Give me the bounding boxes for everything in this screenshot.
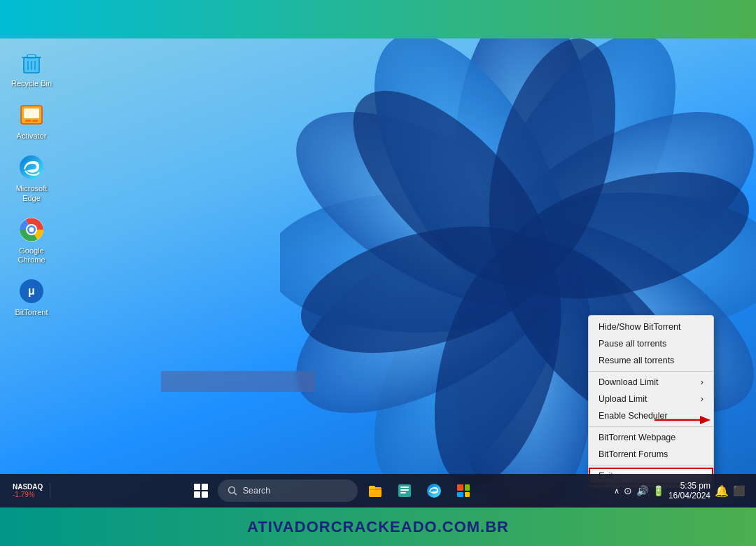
files-icon bbox=[368, 483, 383, 498]
svg-point-28 bbox=[20, 155, 43, 179]
taskbar-center: Search bbox=[56, 477, 608, 504]
notes-icon bbox=[397, 483, 412, 498]
brand-bar: ATIVADORCRACKEADO.COM.BR bbox=[0, 507, 756, 546]
nasdaq-change: -1.79% bbox=[13, 491, 35, 498]
context-menu-item-forums[interactable]: BitTorrent Forums bbox=[589, 446, 713, 463]
svg-rect-25 bbox=[24, 108, 39, 118]
recycle-bin-label: Recycle Bin bbox=[11, 79, 52, 88]
bittorrent-label: BitTorrent bbox=[15, 308, 48, 317]
tray-expand-button[interactable]: ∧ bbox=[614, 486, 620, 496]
edge-label: Microsoft Edge bbox=[10, 184, 53, 202]
svg-rect-40 bbox=[369, 486, 375, 489]
start-button[interactable] bbox=[188, 478, 214, 503]
taskbar: NASDAQ -1.79% Search bbox=[0, 474, 756, 507]
search-bar[interactable]: Search bbox=[218, 479, 358, 502]
nasdaq-widget[interactable]: NASDAQ -1.79% bbox=[6, 483, 50, 498]
svg-text:μ: μ bbox=[28, 285, 35, 297]
download-limit-label: Download Limit bbox=[598, 377, 658, 387]
recycle-bin-image bbox=[18, 48, 46, 76]
clock-time: 5:35 pm bbox=[680, 481, 710, 491]
tray-sound-icon[interactable]: 🔊 bbox=[636, 485, 648, 496]
taskbar-edge-icon bbox=[426, 483, 442, 498]
svg-point-32 bbox=[29, 227, 34, 232]
hide-show-label: Hide/Show BitTorrent bbox=[598, 322, 680, 332]
svg-rect-43 bbox=[400, 489, 409, 491]
tray-wifi-icon[interactable]: ⊙ bbox=[624, 485, 632, 496]
recycle-bin-icon[interactable]: Recycle Bin bbox=[7, 46, 56, 91]
red-arrow-icon bbox=[654, 413, 710, 427]
context-menu-item-hide-show[interactable]: Hide/Show BitTorrent bbox=[589, 318, 713, 335]
arrow-indicator bbox=[654, 413, 710, 427]
pause-label: Pause all torrents bbox=[598, 339, 666, 349]
svg-point-45 bbox=[427, 484, 441, 498]
context-menu-item-pause[interactable]: Pause all torrents bbox=[589, 335, 713, 352]
context-menu-separator-1 bbox=[589, 371, 713, 372]
upload-limit-arrow: › bbox=[701, 394, 704, 404]
context-menu: Hide/Show BitTorrent Pause all torrents … bbox=[588, 315, 714, 488]
google-chrome-icon[interactable]: Google Chrome bbox=[7, 213, 56, 267]
store-icon bbox=[456, 483, 471, 498]
taskbar-app-files[interactable] bbox=[362, 477, 388, 504]
desktop: Recycle Bin Activator bbox=[0, 38, 756, 507]
microsoft-edge-icon[interactable]: Microsoft Edge bbox=[7, 150, 56, 205]
svg-rect-48 bbox=[457, 492, 463, 497]
taskbar-app-notes[interactable] bbox=[391, 477, 418, 504]
upload-limit-label: Upload Limit bbox=[598, 394, 647, 404]
svg-rect-49 bbox=[465, 492, 470, 497]
nasdaq-label: NASDAQ bbox=[13, 483, 43, 491]
context-menu-item-download-limit[interactable]: Download Limit › bbox=[589, 374, 713, 391]
search-icon bbox=[227, 486, 237, 496]
context-menu-item-resume[interactable]: Resume all torrents bbox=[589, 352, 713, 369]
forums-label: BitTorrent Forums bbox=[598, 449, 668, 459]
chrome-image bbox=[18, 216, 46, 244]
activator-label: Activator bbox=[17, 132, 47, 141]
taskbar-app-store[interactable] bbox=[450, 477, 477, 504]
notification-icon[interactable]: 🔔 bbox=[715, 484, 729, 498]
bittorrent-desktop-icon[interactable]: μ BitTorrent bbox=[7, 274, 56, 320]
bittorrent-image: μ bbox=[18, 277, 46, 305]
resume-label: Resume all torrents bbox=[598, 356, 674, 365]
redacted-bar bbox=[161, 371, 315, 392]
input-icon[interactable]: ⬛ bbox=[733, 485, 745, 496]
edge-image bbox=[18, 153, 46, 181]
win11-start-icon bbox=[194, 484, 208, 498]
svg-marker-36 bbox=[700, 416, 710, 424]
brand-text: ATIVADORCRACKEADO.COM.BR bbox=[247, 518, 509, 536]
webpage-label: BitTorrent Webpage bbox=[598, 433, 676, 442]
svg-rect-42 bbox=[400, 486, 409, 488]
clock-area[interactable]: 5:35 pm 16/04/2024 bbox=[668, 481, 710, 500]
context-menu-separator-3 bbox=[589, 465, 713, 465]
desktop-icons-container: Recycle Bin Activator bbox=[7, 46, 56, 320]
search-bar-text: Search bbox=[243, 486, 271, 496]
svg-rect-44 bbox=[400, 492, 406, 493]
svg-rect-26 bbox=[25, 120, 31, 122]
context-menu-item-webpage[interactable]: BitTorrent Webpage bbox=[589, 429, 713, 446]
download-limit-arrow: › bbox=[701, 377, 704, 387]
taskbar-apps bbox=[362, 477, 477, 504]
system-tray: ∧ ⊙ 🔊 🔋 5:35 pm 16/04/2024 🔔 ⬛ bbox=[608, 481, 750, 500]
svg-rect-46 bbox=[457, 484, 463, 491]
activator-image bbox=[18, 101, 46, 129]
svg-rect-27 bbox=[32, 120, 38, 122]
context-menu-item-upload-limit[interactable]: Upload Limit › bbox=[589, 391, 713, 407]
svg-rect-47 bbox=[465, 484, 470, 491]
top-strip bbox=[0, 0, 756, 38]
activator-icon[interactable]: Activator bbox=[7, 98, 56, 144]
chrome-label: Google Chrome bbox=[10, 246, 53, 265]
svg-point-37 bbox=[228, 487, 234, 493]
clock-date: 16/04/2024 bbox=[668, 491, 710, 500]
svg-line-38 bbox=[234, 493, 237, 496]
tray-battery-icon[interactable]: 🔋 bbox=[652, 485, 664, 496]
taskbar-app-edge[interactable] bbox=[421, 477, 447, 504]
